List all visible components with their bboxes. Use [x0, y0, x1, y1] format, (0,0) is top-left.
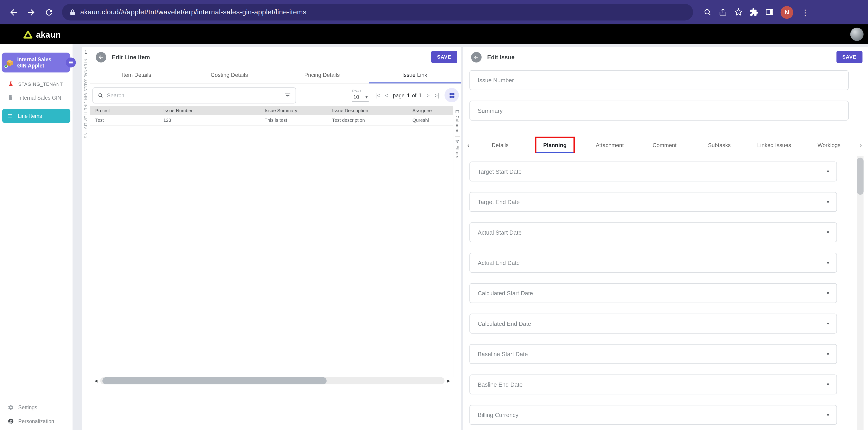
col-project[interactable]: Project — [95, 108, 163, 113]
side-tab-divider — [455, 136, 460, 137]
issue-save-button[interactable]: SAVE — [836, 51, 863, 63]
line-item-tabbar: Item Details Costing Details Pricing Det… — [90, 66, 461, 84]
search-icon — [97, 92, 103, 98]
tab-subtasks[interactable]: Subtasks — [692, 137, 747, 153]
basline-end-date-field[interactable]: Basline End Date ▾ — [469, 374, 837, 394]
scroll-right-button[interactable]: ▶ — [445, 379, 453, 383]
line-item-save-button[interactable]: SAVE — [431, 51, 457, 63]
sidebar-item-line-items[interactable]: Line Items — [2, 109, 70, 123]
actual-start-date-field[interactable]: Actual Start Date ▾ — [469, 222, 837, 242]
col-issue-number[interactable]: Issue Number — [163, 108, 265, 113]
tabs-scroll-right-button[interactable]: › — [856, 141, 865, 148]
side-tab-columns[interactable]: Columns — [455, 109, 460, 133]
cell-project: Test — [95, 117, 163, 123]
hamburger-icon — [68, 60, 73, 65]
edit-line-item-panel: Edit Line Item SAVE Item Details Costing… — [90, 47, 461, 430]
tab-worklogs[interactable]: Worklogs — [802, 137, 856, 153]
sidebar-item-module[interactable]: Internal Sales GIN — [0, 91, 72, 105]
scroll-left-button[interactable]: ◀ — [92, 379, 100, 383]
user-avatar[interactable] — [850, 28, 863, 41]
calculated-end-date-field[interactable]: Calculated End Date ▾ — [469, 314, 837, 334]
tab-planning[interactable]: Planning — [528, 137, 582, 153]
search-input[interactable] — [107, 92, 281, 98]
first-page-button[interactable]: |< — [375, 92, 380, 98]
logo-text: akaun — [36, 30, 61, 39]
forward-button[interactable] — [23, 4, 39, 20]
filter-icon[interactable] — [284, 92, 291, 99]
vertical-listing-tab[interactable]: 1 INTERNAL SALES GIN LINE ITEM LISTING — [82, 47, 90, 430]
lock-icon — [69, 9, 76, 15]
tabs-scroll-left-button[interactable]: ‹ — [464, 141, 473, 148]
target-end-date-field[interactable]: Target End Date ▾ — [469, 192, 837, 212]
vertical-scrollbar-track[interactable] — [857, 156, 863, 430]
field-label: Billing Currency — [478, 411, 519, 418]
extensions-icon[interactable] — [750, 8, 758, 16]
issue-number-field[interactable]: Issue Number — [469, 70, 848, 90]
page-number: 1 — [407, 92, 410, 98]
browser-menu-icon[interactable]: ⋮ — [800, 8, 810, 16]
edit-issue-panel: Edit Issue SAVE Issue Number Summary ‹ D… — [463, 47, 868, 430]
tab-costing-details[interactable]: Costing Details — [183, 66, 276, 84]
calculated-start-date-field[interactable]: Calculated Start Date ▾ — [469, 283, 837, 303]
arrow-left-icon — [98, 54, 104, 60]
sidebar-item-personalization[interactable]: Personalization — [0, 414, 72, 428]
reload-icon — [44, 7, 53, 17]
chevron-down-icon: ▾ — [827, 199, 829, 204]
address-bar[interactable]: akaun.cloud/#/applet/tnt/wavelet/erp/int… — [62, 4, 693, 21]
sidebar-item-settings[interactable]: Settings — [0, 400, 72, 414]
reload-button[interactable] — [41, 4, 57, 20]
tab-item-details[interactable]: Item Details — [90, 66, 183, 84]
table-row[interactable]: Test 123 This is test Test description Q… — [90, 115, 453, 126]
actual-end-date-field[interactable]: Actual End Date ▾ — [469, 253, 837, 273]
rows-label: Rows — [352, 89, 369, 94]
target-start-date-field[interactable]: Target Start Date ▾ — [469, 161, 837, 181]
module-label: Internal Sales GIN — [18, 95, 61, 101]
rows-per-page-control[interactable]: Rows 10 ▾ — [352, 89, 369, 102]
tab-pricing-details[interactable]: Pricing Details — [276, 66, 368, 84]
bookmark-star-icon[interactable] — [734, 8, 743, 16]
tab-issue-link[interactable]: Issue Link — [369, 66, 461, 84]
tab-linked-issues[interactable]: Linked Issues — [747, 137, 802, 153]
tab-comment[interactable]: Comment — [637, 137, 692, 153]
line-item-back-button[interactable] — [96, 52, 106, 62]
side-tab-filters[interactable]: Filters — [455, 139, 460, 159]
col-assignee[interactable]: Assignee — [412, 108, 453, 113]
list-icon — [7, 113, 13, 119]
sidebar-toggle-button[interactable] — [66, 58, 76, 67]
forward-icon — [26, 7, 36, 17]
cell-assignee: Qureshi — [412, 117, 453, 123]
field-label: Actual End Date — [478, 260, 520, 266]
hscroll-thumb[interactable] — [102, 377, 327, 385]
billing-currency-field[interactable]: Billing Currency ▾ — [469, 405, 837, 425]
tab-details[interactable]: Details — [473, 137, 528, 153]
baseline-start-date-field[interactable]: Baseline Start Date ▾ — [469, 344, 837, 364]
document-icon — [8, 95, 14, 101]
cell-issue-description: Test description — [332, 117, 412, 123]
tenant-label: STAGING_TENANT — [18, 81, 63, 87]
search-icon[interactable] — [703, 8, 712, 16]
browser-chrome: akaun.cloud/#/applet/tnt/wavelet/erp/int… — [0, 0, 868, 24]
side-panel-icon[interactable] — [765, 8, 774, 16]
chevron-down-icon: ▾ — [366, 94, 368, 100]
share-icon[interactable] — [718, 8, 727, 16]
col-issue-summary[interactable]: Issue Summary — [265, 108, 332, 113]
issue-back-button[interactable] — [471, 52, 482, 62]
grid-view-button[interactable] — [444, 88, 459, 102]
sidebar-item-tenant[interactable]: STAGING_TENANT — [0, 77, 72, 91]
logo-triangle-icon — [23, 30, 33, 38]
vertical-scrollbar-thumb[interactable] — [857, 158, 863, 195]
prev-page-button[interactable]: < — [385, 92, 388, 98]
sidebar-item-applet[interactable]: Internal Sales GIN Applet — [2, 53, 70, 72]
back-button[interactable] — [5, 4, 21, 20]
summary-field[interactable]: Summary — [469, 101, 848, 121]
col-issue-description[interactable]: Issue Description — [332, 108, 412, 113]
apps-grid-icon — [448, 92, 456, 99]
next-page-button[interactable]: > — [427, 92, 429, 98]
chevron-down-icon: ▾ — [827, 291, 829, 296]
grid-toolbar: Rows 10 ▾ |< < page 1 of 1 — [90, 84, 461, 106]
tab-attachment[interactable]: Attachment — [582, 137, 637, 153]
arrow-left-icon — [473, 54, 479, 60]
profile-avatar[interactable]: N — [781, 6, 794, 19]
hscroll-track[interactable] — [100, 377, 444, 385]
last-page-button[interactable]: >| — [434, 92, 439, 98]
